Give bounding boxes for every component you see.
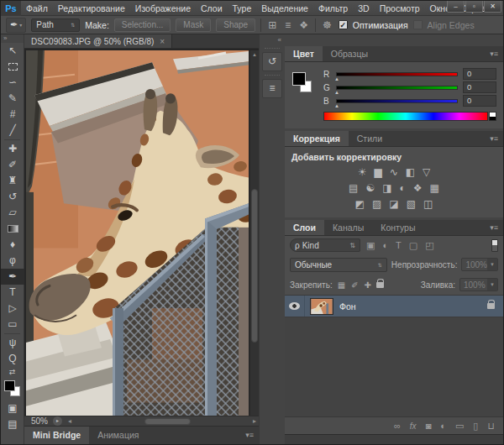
eyedropper-tool[interactable]: ╱: [1, 123, 24, 139]
invert-icon[interactable]: ◩: [355, 196, 365, 212]
minimize-button[interactable]: –: [447, 1, 465, 13]
tab-channels[interactable]: Каналы: [324, 220, 372, 235]
color-balance-icon[interactable]: ☯: [365, 181, 375, 196]
make-shape-button[interactable]: Shape: [216, 18, 255, 32]
menu-3d[interactable]: 3D: [353, 1, 374, 16]
color-lookup-icon[interactable]: ▦: [430, 181, 439, 196]
maximize-button[interactable]: ▫: [465, 1, 483, 13]
filter-pixel-layers-icon[interactable]: ▣: [365, 240, 376, 251]
path-selection-tool[interactable]: ▷: [1, 301, 24, 317]
brush-tool[interactable]: ✐: [1, 157, 24, 173]
scroll-left-icon[interactable]: ◂: [66, 417, 74, 425]
optimize-checkbox[interactable]: ✓: [339, 20, 348, 29]
lock-all-icon[interactable]: [376, 282, 384, 288]
slider-thumb-icon[interactable]: ▲: [334, 103, 339, 108]
panel-menu-icon[interactable]: ▾≡: [490, 220, 503, 235]
crop-tool[interactable]: #: [1, 107, 24, 123]
make-selection-button[interactable]: Selection...: [114, 18, 171, 32]
new-group-icon[interactable]: ▭: [455, 421, 464, 432]
dock-grip[interactable]: [265, 48, 280, 50]
eraser-tool[interactable]: ▱: [1, 205, 24, 221]
opacity-field[interactable]: 100% ▼: [461, 258, 498, 271]
chevron-down-icon[interactable]: ▼: [487, 259, 497, 270]
fill-field[interactable]: 100% ▼: [459, 278, 498, 291]
screen-mode-button[interactable]: ▤: [1, 416, 24, 432]
chevron-down-icon[interactable]: ▼: [487, 279, 497, 291]
zoom-tool[interactable]: Q: [1, 351, 24, 367]
delete-layer-icon[interactable]: ⊔: [487, 421, 495, 432]
dock-collapse-button[interactable]: «: [260, 34, 285, 44]
visibility-cell[interactable]: [285, 296, 305, 317]
menu-image[interactable]: Изображение: [130, 1, 196, 16]
layer-effects-icon[interactable]: fx: [410, 421, 417, 431]
pen-mode-select[interactable]: Path ⇅: [31, 18, 80, 32]
menu-select[interactable]: Выделение: [256, 1, 313, 16]
blur-tool[interactable]: ♦: [1, 237, 24, 253]
foreground-color-swatch[interactable]: [4, 380, 15, 391]
tab-styles[interactable]: Стили: [349, 131, 391, 146]
foreground-color-swatch[interactable]: [292, 72, 306, 86]
lasso-tool[interactable]: ∽: [1, 75, 24, 91]
tab-paths[interactable]: Контуры: [372, 220, 423, 235]
panel-menu-icon[interactable]: ▾≡: [490, 131, 503, 146]
canvas[interactable]: ▴: [24, 49, 259, 416]
lock-paint-icon[interactable]: ✐: [350, 280, 359, 290]
pen-tool[interactable]: ✒: [1, 269, 24, 285]
add-layer-mask-icon[interactable]: ◙: [426, 421, 432, 431]
levels-icon[interactable]: ▆: [374, 165, 381, 181]
menu-type[interactable]: Type: [228, 1, 257, 16]
hand-tool[interactable]: ψ: [1, 335, 24, 351]
foreground-background-colors[interactable]: [1, 379, 24, 400]
selective-color-icon[interactable]: ◫: [423, 196, 433, 212]
document-tab[interactable]: DSC09083.JPG @ 50% (RGB/8) ×: [24, 34, 172, 48]
tool-preset-picker[interactable]: ✒ ▾: [6, 18, 26, 33]
green-slider[interactable]: ▲: [336, 86, 458, 90]
eye-icon[interactable]: [289, 302, 300, 310]
zoom-level[interactable]: 50%: [24, 416, 53, 426]
quick-mask-button[interactable]: ▣: [1, 400, 24, 416]
link-layers-icon[interactable]: ∞: [394, 421, 401, 431]
color-ramp[interactable]: [323, 112, 488, 121]
posterize-icon[interactable]: ▨: [372, 196, 381, 212]
gradient-tool[interactable]: [1, 221, 24, 237]
filter-smart-objects-icon[interactable]: ◰: [423, 240, 435, 251]
filter-shape-layers-icon[interactable]: ▢: [407, 240, 419, 251]
healing-brush-tool[interactable]: ✚: [1, 141, 24, 157]
menu-layers[interactable]: Слои: [196, 1, 228, 16]
scroll-right-icon[interactable]: ▸: [250, 417, 259, 425]
layer-name[interactable]: Фон: [339, 301, 487, 312]
red-slider[interactable]: ▲: [336, 72, 458, 76]
lock-move-icon[interactable]: ✚: [364, 280, 372, 290]
marquee-tool[interactable]: [1, 59, 24, 75]
make-mask-button[interactable]: Mask: [176, 18, 211, 32]
tab-mini-bridge[interactable]: Mini Bridge: [24, 427, 89, 444]
blue-slider[interactable]: ▲: [336, 99, 458, 103]
align-edges-checkbox[interactable]: [413, 20, 423, 29]
history-panel-icon[interactable]: ↺: [262, 52, 282, 71]
menu-edit[interactable]: Редактирование: [53, 1, 130, 16]
blue-value-field[interactable]: 0: [463, 95, 496, 107]
close-button[interactable]: ✕: [484, 1, 501, 13]
path-alignment-icon[interactable]: ≡: [283, 18, 292, 33]
toolbar-collapse-button[interactable]: »: [1, 34, 24, 43]
properties-panel-icon[interactable]: ≡: [262, 79, 282, 98]
panel-menu-icon[interactable]: ▾≡: [490, 46, 503, 61]
tab-layers[interactable]: Слои: [285, 220, 324, 235]
status-icon[interactable]: ▸: [53, 416, 62, 426]
new-adjustment-layer-icon[interactable]: ◐: [440, 421, 446, 431]
move-tool[interactable]: ↖: [1, 43, 24, 59]
exposure-icon[interactable]: ◧: [406, 165, 415, 181]
horizontal-scroll-thumb[interactable]: [144, 418, 191, 425]
dock-grip[interactable]: [265, 75, 280, 76]
vertical-scroll-thumb[interactable]: [251, 189, 258, 343]
tab-animation[interactable]: Анимация: [89, 427, 147, 444]
path-operations-icon[interactable]: ⊞: [266, 18, 278, 33]
path-arrangement-icon[interactable]: ❖: [297, 18, 310, 33]
filter-adjustment-layers-icon[interactable]: ◐: [381, 240, 390, 250]
vertical-scrollbar[interactable]: ▴: [249, 50, 259, 416]
ramp-black-white-swatch[interactable]: [489, 112, 496, 121]
layer-filter-toggle[interactable]: [491, 239, 498, 252]
vibrance-icon[interactable]: ▽: [423, 165, 430, 181]
clone-stamp-tool[interactable]: ♜: [1, 173, 24, 189]
layer-thumbnail[interactable]: [310, 298, 333, 315]
